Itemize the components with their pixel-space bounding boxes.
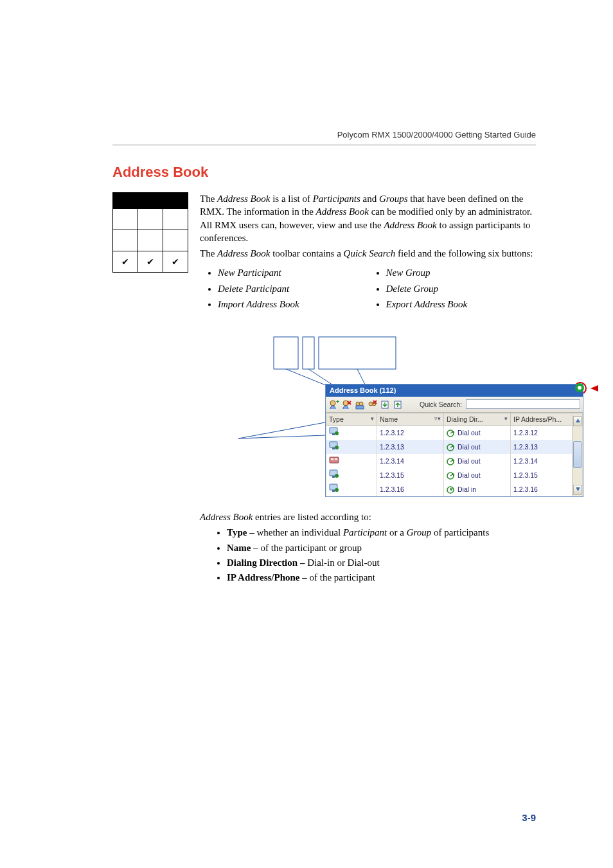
toolbar-item: Export Address Book — [386, 298, 537, 311]
filter-icon[interactable]: ▿▾ — [434, 415, 441, 422]
cell-dialing-dir: Dial in — [444, 482, 511, 496]
svg-rect-21 — [332, 433, 335, 435]
pin-icon[interactable] — [574, 383, 585, 393]
running-header: Polycom RMX 1500/2000/4000 Getting Start… — [337, 130, 536, 140]
table-row[interactable]: 1.2.3.14Dial out1.2.3.14 — [326, 454, 583, 468]
address-book-panel: Address Book (112) + — [325, 384, 583, 497]
delete-group-icon[interactable] — [367, 399, 378, 410]
toolbar-item: New Participant — [218, 266, 368, 279]
svg-point-26 — [335, 446, 339, 449]
toolbar-item: Delete Group — [386, 282, 537, 295]
svg-marker-40 — [576, 419, 580, 422]
svg-rect-28 — [330, 457, 339, 463]
cell-name: 1.2.3.16 — [377, 482, 444, 496]
svg-rect-29 — [331, 458, 333, 460]
header-rule — [112, 145, 536, 145]
col-name[interactable]: Name▿▾ — [377, 413, 444, 425]
entries-intro: Address Book entries are listed accordin… — [200, 511, 536, 523]
svg-rect-25 — [332, 448, 335, 449]
toolbar-item: New Group — [386, 266, 537, 279]
filter-icon[interactable]: ▾ — [371, 415, 374, 422]
cell-dialing-dir: Dial out — [444, 468, 511, 482]
section-title: Address Book — [112, 164, 536, 181]
participant-type-icon — [329, 441, 339, 450]
participant-type-icon — [329, 469, 339, 478]
cell-name: 1.2.3.12 — [377, 426, 444, 440]
entry-type: Type – whether an individual Participant… — [227, 526, 536, 539]
svg-point-43 — [578, 386, 582, 390]
import-icon[interactable] — [380, 399, 391, 410]
svg-point-10 — [330, 401, 335, 406]
entry-name: Name – of the participant or group — [227, 541, 536, 554]
cell-name: 1.2.3.14 — [377, 454, 444, 468]
svg-rect-37 — [332, 490, 335, 492]
delete-participant-icon[interactable] — [341, 399, 353, 410]
filter-icon[interactable]: ▾ — [504, 415, 508, 422]
svg-point-38 — [335, 488, 339, 492]
col-dialing-dir[interactable]: Dialing Dir...▾ — [444, 413, 511, 425]
entry-dialing-direction: Dialing Direction – Dial-in or Dial-out — [227, 556, 536, 569]
check-icon: ✔ — [138, 251, 163, 273]
panel-title: Address Book (112) — [326, 384, 583, 397]
participant-type-icon — [329, 455, 339, 464]
svg-line-3 — [286, 369, 330, 387]
paragraph-2: The Address Book toolbar contains a Quic… — [200, 247, 536, 260]
svg-rect-33 — [332, 476, 335, 478]
check-icon: ✔ — [113, 251, 138, 273]
page-number: 3-9 — [522, 812, 536, 823]
export-icon[interactable] — [393, 399, 404, 410]
paragraph-1: The Address Book is a list of Participan… — [200, 192, 536, 244]
svg-rect-0 — [274, 337, 298, 369]
svg-rect-30 — [335, 458, 337, 460]
toolbar-item: Import Address Book — [218, 298, 368, 311]
svg-point-34 — [335, 474, 339, 478]
participant-type-icon — [329, 484, 339, 493]
cell-dialing-dir: Dial out — [444, 454, 511, 468]
quick-search-input[interactable] — [466, 399, 580, 409]
address-book-table: Type▾ Name▿▾ Dialing Dir...▾ IP Address/… — [326, 413, 583, 496]
table-row[interactable]: 1.2.3.13Dial out1.2.3.13 — [326, 440, 583, 454]
svg-point-22 — [335, 431, 339, 435]
svg-point-14 — [359, 402, 363, 406]
scroll-up-icon[interactable] — [573, 416, 582, 426]
entries-list: Type – whether an individual Participant… — [200, 526, 536, 584]
cell-name: 1.2.3.15 — [377, 468, 444, 482]
permissions-matrix: ✔ ✔ ✔ — [112, 192, 188, 273]
quick-search-label: Quick Search: — [420, 400, 462, 409]
svg-marker-41 — [576, 487, 580, 491]
new-group-icon[interactable] — [354, 399, 366, 410]
table-row[interactable]: 1.2.3.16Dial in1.2.3.16 — [326, 482, 583, 496]
col-type[interactable]: Type▾ — [326, 413, 377, 425]
svg-marker-9 — [591, 385, 598, 392]
cell-dialing-dir: Dial out — [444, 440, 511, 454]
toolbar-item: Delete Participant — [218, 282, 368, 295]
cell-dialing-dir: Dial out — [444, 426, 511, 440]
svg-point-12 — [343, 401, 348, 406]
scroll-thumb[interactable] — [573, 441, 582, 468]
scroll-down-icon[interactable] — [573, 485, 582, 495]
svg-rect-15 — [356, 406, 364, 409]
check-icon: ✔ — [163, 251, 188, 273]
svg-rect-1 — [303, 337, 314, 369]
entry-ip-address: IP Address/Phone – of the participant — [227, 571, 536, 584]
participant-type-icon — [329, 427, 339, 436]
svg-rect-2 — [319, 337, 396, 369]
cell-name: 1.2.3.13 — [377, 440, 444, 454]
svg-text:+: + — [336, 399, 339, 405]
new-participant-icon[interactable]: + — [328, 399, 340, 410]
panel-toolbar: + — [326, 397, 583, 413]
vertical-scrollbar[interactable] — [572, 415, 582, 496]
table-row[interactable]: 1.2.3.12Dial out1.2.3.12 — [326, 426, 583, 440]
table-row[interactable]: 1.2.3.15Dial out1.2.3.15 — [326, 468, 583, 482]
toolbar-button-list: New Participant Delete Participant Impor… — [200, 264, 536, 313]
